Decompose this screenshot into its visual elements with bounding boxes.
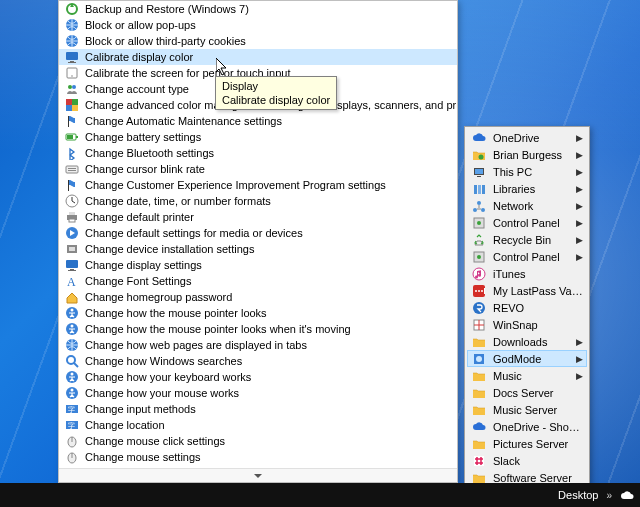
menu-item[interactable]: Libraries▶ <box>467 180 587 197</box>
godmode-item-label: Change date, time, or number formats <box>85 195 271 207</box>
menu-item[interactable]: Slack <box>467 452 587 469</box>
submenu-arrow-icon: ▶ <box>575 150 583 160</box>
submenu-arrow-icon: ▶ <box>575 337 583 347</box>
monitor-icon <box>65 258 79 272</box>
winsnap-icon <box>471 317 487 333</box>
menu-item[interactable]: Music Server <box>467 401 587 418</box>
menu-item[interactable]: iTunes <box>467 265 587 282</box>
godmode-item[interactable]: Change battery settings <box>59 129 457 145</box>
godmode-item[interactable]: Change display settings <box>59 257 457 273</box>
menu-item[interactable]: Brian Burgess▶ <box>467 146 587 163</box>
godmode-item[interactable]: Change device installation settings <box>59 241 457 257</box>
godmode-item-label: Change display settings <box>85 259 202 271</box>
menu-item-label: Brian Burgess <box>493 149 569 161</box>
folder-icon <box>471 334 487 350</box>
godmode-item[interactable]: Change default printer <box>59 209 457 225</box>
device-icon <box>65 242 79 256</box>
lang-icon <box>65 418 79 432</box>
godmode-item-label: Block or allow third-party cookies <box>85 35 246 47</box>
libraries-icon <box>471 181 487 197</box>
tooltip-title: Display <box>222 79 330 93</box>
folder-icon <box>471 436 487 452</box>
mouse-icon <box>65 434 79 448</box>
godmode-item[interactable]: Change Customer Experience Improvement P… <box>59 177 457 193</box>
godmode-item[interactable]: Calibrate display color <box>59 49 457 65</box>
cloud-icon <box>471 419 487 435</box>
godmode-item-label: Change mouse click settings <box>85 435 225 447</box>
godmode-item-label: Change mouse settings <box>85 451 201 463</box>
chevron-down-icon <box>253 471 263 481</box>
home-icon <box>65 290 79 304</box>
menu-item[interactable]: Control Panel▶ <box>467 214 587 231</box>
menu-item[interactable]: OneDrive▶ <box>467 129 587 146</box>
godmode-list: Backup and Restore (Windows 7)Block or a… <box>59 1 457 483</box>
menu-item[interactable]: Music▶ <box>467 367 587 384</box>
godmode-item[interactable]: Change how your mouse works <box>59 385 457 401</box>
godmode-item[interactable]: Change mouse settings <box>59 449 457 465</box>
onedrive-tray-icon[interactable] <box>620 488 634 502</box>
godmode-item[interactable]: Change Bluetooth settings <box>59 145 457 161</box>
menu-item[interactable]: Network▶ <box>467 197 587 214</box>
menu-item[interactable]: This PC▶ <box>467 163 587 180</box>
tablet-icon <box>65 66 79 80</box>
pc-icon <box>471 164 487 180</box>
menu-item-label: iTunes <box>493 268 583 280</box>
submenu-arrow-icon: ▶ <box>575 201 583 211</box>
godmode-item[interactable]: Change date, time, or number formats <box>59 193 457 209</box>
lang-icon <box>65 402 79 416</box>
menu-item-label: Control Panel <box>493 217 569 229</box>
godmode-item[interactable]: Change how the mouse pointer looks <box>59 305 457 321</box>
menu-item[interactable]: Recycle Bin▶ <box>467 231 587 248</box>
lastpass-icon <box>471 283 487 299</box>
godmode-item[interactable]: Change Automatic Maintenance settings <box>59 113 457 129</box>
godmode-item[interactable]: Change default settings for media or dev… <box>59 225 457 241</box>
globe-icon <box>65 18 79 32</box>
chevron-up-icon[interactable]: » <box>606 490 612 501</box>
menu-item[interactable]: Docs Server <box>467 384 587 401</box>
godmode-item[interactable]: Change homegroup password <box>59 289 457 305</box>
tooltip: Display Calibrate display color <box>215 76 337 110</box>
access-icon <box>65 386 79 400</box>
godmode-item[interactable]: Change input methods <box>59 401 457 417</box>
godmode-item-label: Change default printer <box>85 211 194 223</box>
cloud-icon <box>471 130 487 146</box>
keyboard-icon <box>65 162 79 176</box>
godmode-item[interactable]: Change how Windows searches <box>59 353 457 369</box>
godmode-item[interactable]: Change location <box>59 417 457 433</box>
menu-item[interactable]: Downloads▶ <box>467 333 587 350</box>
godmode-item[interactable]: Change Font Settings <box>59 273 457 289</box>
menu-item[interactable]: REVO <box>467 299 587 316</box>
menu-item-label: REVO <box>493 302 583 314</box>
godmode-icon <box>471 351 487 367</box>
mouse-icon <box>65 450 79 464</box>
godmode-item-label: Change how the mouse pointer looks when … <box>85 323 351 335</box>
godmode-item[interactable]: Block or allow third-party cookies <box>59 33 457 49</box>
godmode-item[interactable]: Change mouse click settings <box>59 433 457 449</box>
user-folder-icon <box>471 147 487 163</box>
godmode-item[interactable]: Change cursor blink rate <box>59 161 457 177</box>
menu-item[interactable]: My LastPass Vault <box>467 282 587 299</box>
menu-item[interactable]: Control Panel▶ <box>467 248 587 265</box>
menu-item[interactable]: Pictures Server <box>467 435 587 452</box>
menu-item-label: My LastPass Vault <box>493 285 583 297</box>
monitor-icon <box>65 50 79 64</box>
menu-item-label: Downloads <box>493 336 569 348</box>
menu-item[interactable]: OneDrive - Shortcut <box>467 418 587 435</box>
godmode-item-label: Change account type <box>85 83 189 95</box>
godmode-item[interactable]: Block or allow pop-ups <box>59 17 457 33</box>
control-icon <box>471 249 487 265</box>
scroll-down-button[interactable] <box>59 468 457 482</box>
desktop-toolbar-menu: OneDrive▶Brian Burgess▶This PC▶Libraries… <box>464 126 590 506</box>
menu-item[interactable]: WinSnap <box>467 316 587 333</box>
godmode-item-label: Block or allow pop-ups <box>85 19 196 31</box>
godmode-item[interactable]: Change how web pages are displayed in ta… <box>59 337 457 353</box>
godmode-item-label: Change how your mouse works <box>85 387 239 399</box>
desktop-toolbar-button[interactable]: Desktop <box>558 489 598 501</box>
submenu-arrow-icon: ▶ <box>575 371 583 381</box>
godmode-item[interactable]: Change how your keyboard works <box>59 369 457 385</box>
godmode-item-label: Change how Windows searches <box>85 355 242 367</box>
menu-item[interactable]: GodMode▶ <box>467 350 587 367</box>
godmode-item[interactable]: Backup and Restore (Windows 7) <box>59 1 457 17</box>
globe-icon <box>65 338 79 352</box>
godmode-item[interactable]: Change how the mouse pointer looks when … <box>59 321 457 337</box>
